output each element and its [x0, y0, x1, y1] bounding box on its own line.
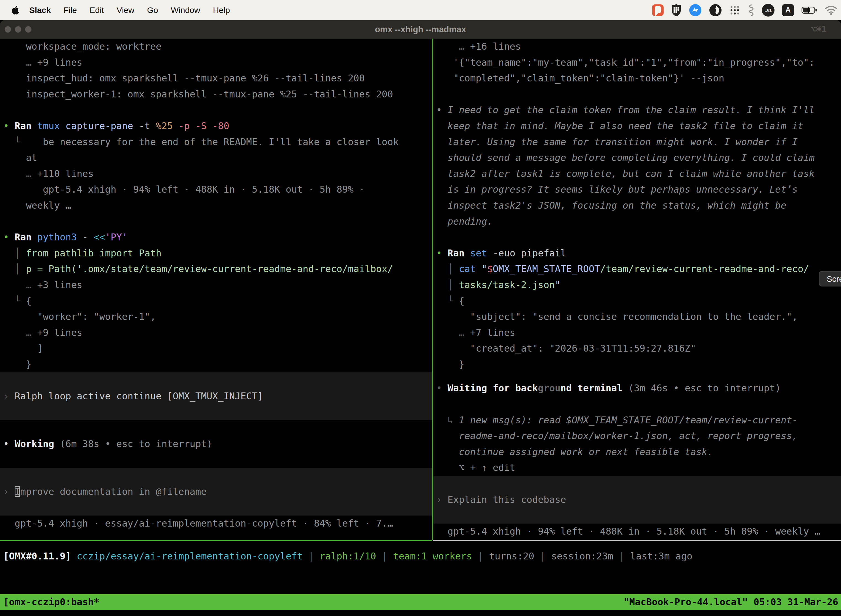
text-segment: | [534, 551, 551, 562]
text-segment: Working [15, 438, 60, 449]
terminal-line: task2 after task1 is complete, but can I… [433, 166, 841, 182]
squiggle-icon[interactable] [748, 4, 755, 16]
text-segment: weekly … [3, 200, 71, 211]
terminal-pane-left[interactable]: workspace_mode: worktree … +9 lines insp… [0, 39, 432, 540]
password-manager-icon[interactable] [671, 4, 681, 16]
terminal-line: • I need to get the claim token from the… [433, 102, 841, 118]
terminal-line: │ tasks/task-2.json" [433, 277, 841, 293]
highlighted-terminal-line [0, 500, 432, 516]
terminal-line: inspect_worker-1: omx sparkshell --tmux-… [0, 87, 432, 103]
window-title-bar[interactable]: omx --xhigh --madmax ⌥⌘1 [0, 20, 841, 39]
text-segment: from pathlib import Path [26, 248, 161, 259]
text-segment: … [3, 57, 37, 68]
text-segment: } [3, 359, 31, 370]
terminal-line: "worker": "worker-1", [0, 309, 432, 325]
terminal-line: • Ran python3 - <<'PY' [0, 229, 432, 245]
tmux-session-label[interactable]: [omx-cczip0:bash* [3, 594, 99, 610]
menu-help[interactable]: Help [207, 6, 236, 15]
terminal-line [0, 420, 432, 436]
prompt-input-line[interactable]: › Improve documentation in @filename [0, 484, 432, 500]
terminal-line: • Waiting for background terminal (3m 46… [433, 380, 841, 396]
terminal-line: keep that in mind. Maybe I also need the… [433, 118, 841, 134]
text-segment: tmux [37, 120, 65, 131]
text-segment: … [436, 41, 470, 52]
text-segment: - [82, 232, 94, 243]
input-source-icon[interactable]: A [782, 4, 794, 16]
terminal-line: readme-and-reco/mailbox/worker-1.json, a… [433, 428, 841, 444]
text-segment: Ralph loop active continue [OMX_TMUX_INJ… [15, 390, 263, 402]
text-segment: 1 new msg(s): read $OMX_TEAM_STATE_ROOT/… [459, 415, 798, 425]
text-segment: +9 lines [37, 57, 82, 68]
text-segment: workspace_mode: worktree [3, 41, 161, 52]
text-segment: +9 lines [37, 327, 82, 338]
window-title: omx --xhigh --madmax [0, 20, 841, 39]
text-segment: • [436, 248, 448, 259]
text-segment: › [3, 486, 15, 497]
terminal-pane-right[interactable]: … +16 lines '{"team_name":"my-team","tas… [433, 39, 841, 540]
text-segment: "completed","claim_token":"claim-token"}… [436, 73, 724, 84]
text-segment: I [15, 486, 20, 497]
text-segment: " [482, 263, 487, 274]
crescent-app-icon[interactable] [709, 4, 722, 16]
menu-edit[interactable]: Edit [84, 6, 110, 15]
text-segment: gpt-5.4 xhigh · 94% left · 488K in · 5.1… [3, 184, 365, 195]
terminal-line [0, 214, 432, 230]
menu-app-name[interactable]: Slack [23, 6, 57, 15]
text-segment: │ [436, 279, 459, 290]
terminal-line: } [0, 356, 432, 373]
dot-grid-icon[interactable] [729, 5, 740, 16]
text-segment: be necessary for the end of the README. … [43, 136, 399, 147]
terminal-line: • Ran tmux capture-pane -t %25 -p -S -80 [0, 118, 432, 134]
screen-tooltip: Scre [819, 271, 841, 286]
menu-file[interactable]: File [57, 6, 83, 15]
text-segment: • [3, 232, 15, 243]
text-segment: › [436, 494, 448, 505]
text-segment: { [459, 295, 464, 307]
menu-window[interactable]: Window [164, 6, 207, 15]
text-segment: -p -S -80 [179, 120, 229, 131]
wifi-icon[interactable] [825, 6, 837, 15]
screen-share-chat-icon[interactable] [652, 4, 664, 16]
text-segment: │ [436, 263, 459, 274]
messenger-icon[interactable] [689, 4, 702, 16]
battery-icon[interactable] [801, 6, 818, 14]
menu-view[interactable]: View [110, 6, 141, 15]
terminal-line: at [0, 150, 432, 166]
text-segment: " [555, 279, 560, 290]
terminal-line: '{"team_name":"my-team","task_id":"1","f… [433, 55, 841, 70]
text-segment: • [3, 438, 15, 449]
text-segment: | [303, 551, 319, 562]
text-segment: gpt-5.4 xhigh · 94% left · 488K in · 5.1… [436, 526, 820, 537]
text-segment: Waiting for back [448, 383, 538, 393]
text-segment: └ [3, 295, 26, 307]
tmux-host-clock: "MacBook-Pro-44.local" 05:03 31-Mar-26 [624, 594, 838, 610]
terminal-line: │ cat "$OMX_TEAM_STATE_ROOT/team/review-… [433, 261, 841, 277]
text-segment: inspect_worker-1: omx sparkshell --tmux-… [3, 89, 393, 100]
text-segment: '{"team_name":"my-team","task_id":"1","f… [436, 57, 815, 68]
text-segment: ⌥ + ↑ edit [436, 462, 516, 473]
terminal-line: continue assigned work or next feasible … [433, 444, 841, 460]
text-segment: │ [3, 248, 26, 259]
prompt-input-line[interactable]: › Explain this codebase [433, 492, 841, 508]
text-segment: +7 lines [470, 327, 516, 338]
text-segment: readme-and-reco/mailbox/worker-1.json, a… [436, 430, 798, 441]
battery-percent-badge[interactable]: ..61 [762, 4, 775, 16]
tmux-horizontal-border-active[interactable] [0, 540, 432, 541]
text-segment: p = Path('.omx/state/team/review-current… [26, 263, 393, 274]
omx-hud-status-line: [OMX#0.11.9] cczip/essay/ai-reimplementa… [0, 548, 841, 564]
text-segment: keep that in mind. Maybe I also need the… [436, 120, 803, 131]
text-segment: should send a message before completing … [436, 152, 815, 163]
text-segment: cat [459, 263, 482, 274]
highlighted-terminal-line [0, 404, 432, 420]
tmux-horizontal-border-inactive[interactable] [433, 540, 841, 541]
text-segment: (3m 46s • esc to interrupt) [628, 383, 781, 393]
terminal-line: • Working (6m 38s • esc to interrupt) [0, 436, 432, 452]
terminal-line: weekly … [0, 198, 432, 214]
apple-menu-icon[interactable] [12, 6, 19, 15]
text-segment: └ [436, 295, 459, 307]
terminal-line: ↳ 1 new msg(s): read $OMX_TEAM_STATE_ROO… [433, 412, 841, 428]
terminal-line: should send a message before completing … [433, 150, 841, 166]
text-segment: $ [487, 263, 492, 274]
menu-go[interactable]: Go [141, 6, 164, 15]
text-segment: later. Using the same for transition mig… [436, 136, 798, 147]
